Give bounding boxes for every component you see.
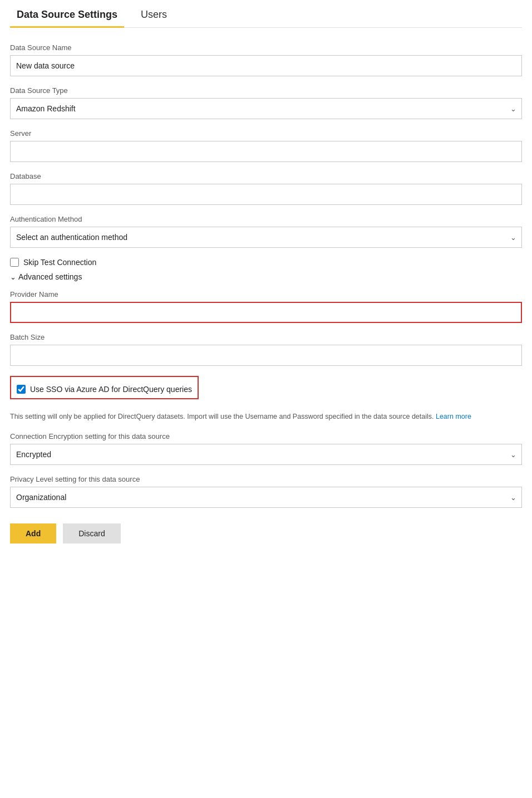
datasource-name-input[interactable] [10, 55, 522, 76]
sso-checkbox-label[interactable]: Use SSO via Azure AD for DirectQuery que… [30, 385, 192, 394]
advanced-settings-toggle[interactable]: ⌄ Advanced settings [10, 272, 522, 281]
sso-checkbox-section: Use SSO via Azure AD for DirectQuery que… [10, 376, 199, 399]
button-row: Add Discard [10, 523, 522, 544]
advanced-settings-label: Advanced settings [18, 272, 82, 281]
sso-checkbox-row: Use SSO via Azure AD for DirectQuery que… [17, 385, 192, 394]
batch-size-label: Batch Size [10, 333, 522, 341]
auth-method-label: Authentication Method [10, 215, 522, 223]
tab-users[interactable]: Users [134, 0, 174, 27]
tab-data-source-settings[interactable]: Data Source Settings [10, 0, 124, 27]
sso-section-container: Use SSO via Azure AD for DirectQuery que… [10, 376, 522, 422]
database-input[interactable] [10, 184, 522, 205]
encryption-label: Connection Encryption setting for this d… [10, 432, 522, 440]
server-label: Server [10, 129, 522, 138]
advanced-settings-chevron-icon: ⌄ [10, 273, 16, 281]
privacy-group: Privacy Level setting for this data sour… [10, 475, 522, 508]
datasource-type-select[interactable]: Amazon Redshift SQL Server Oracle MySQL … [10, 98, 522, 119]
datasource-type-label: Data Source Type [10, 86, 522, 95]
auth-method-select-wrapper: Select an authentication method Basic (U… [10, 227, 522, 248]
sso-checkbox[interactable] [17, 385, 26, 394]
privacy-select[interactable]: Organizational Public Private None [10, 487, 522, 508]
sso-description-text: This setting will only be applied for Di… [10, 413, 434, 420]
database-label: Database [10, 172, 522, 180]
page-container: Data Source Settings Users Data Source N… [0, 0, 532, 566]
database-group: Database [10, 172, 522, 205]
provider-name-label: Provider Name [10, 290, 522, 298]
privacy-label: Privacy Level setting for this data sour… [10, 475, 522, 483]
tab-data-source-settings-label: Data Source Settings [17, 9, 117, 20]
auth-method-select[interactable]: Select an authentication method Basic (U… [10, 227, 522, 248]
add-button[interactable]: Add [10, 523, 56, 544]
datasource-type-group: Data Source Type Amazon Redshift SQL Ser… [10, 86, 522, 119]
datasource-name-group: Data Source Name [10, 43, 522, 76]
encryption-select-wrapper: Encrypted Not Encrypted No Encryption ⌄ [10, 444, 522, 465]
server-input[interactable] [10, 141, 522, 162]
sso-description: This setting will only be applied for Di… [10, 412, 494, 422]
datasource-name-label: Data Source Name [10, 43, 522, 52]
server-group: Server [10, 129, 522, 162]
discard-button[interactable]: Discard [63, 523, 120, 544]
provider-name-input[interactable] [10, 302, 522, 323]
batch-size-input[interactable] [10, 345, 522, 366]
encryption-select[interactable]: Encrypted Not Encrypted No Encryption [10, 444, 522, 465]
privacy-select-wrapper: Organizational Public Private None ⌄ [10, 487, 522, 508]
sso-learn-more-link[interactable]: Learn more [436, 413, 471, 420]
provider-name-group: Provider Name [10, 290, 522, 323]
tab-users-label: Users [141, 9, 167, 20]
tab-bar: Data Source Settings Users [10, 0, 522, 28]
batch-size-group: Batch Size [10, 333, 522, 366]
skip-test-row: Skip Test Connection [10, 258, 522, 267]
datasource-type-select-wrapper: Amazon Redshift SQL Server Oracle MySQL … [10, 98, 522, 119]
auth-method-group: Authentication Method Select an authenti… [10, 215, 522, 248]
skip-test-checkbox[interactable] [10, 258, 19, 267]
encryption-group: Connection Encryption setting for this d… [10, 432, 522, 465]
skip-test-label[interactable]: Skip Test Connection [23, 258, 96, 267]
